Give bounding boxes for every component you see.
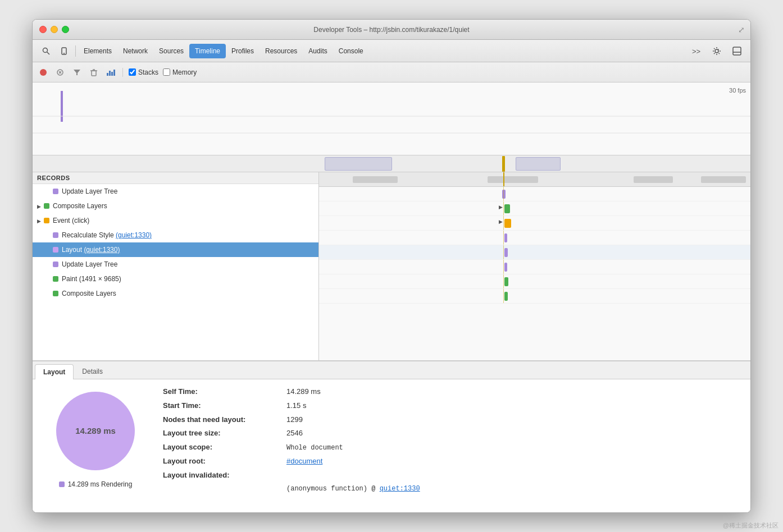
record-color-dot — [53, 232, 58, 238]
gray-block-3 — [634, 176, 673, 183]
record-color-dot — [44, 218, 49, 223]
detail-nodes-value: 1299 — [286, 414, 303, 426]
execute-icon[interactable]: >> — [688, 42, 705, 60]
bottom-panel: Layout Details 14.289 ms 14.289 ms Rende… — [33, 361, 750, 512]
detail-invalidated-value: (anonymous function) @ quiet:1330 — [286, 484, 420, 494]
svg-rect-17 — [109, 71, 111, 76]
marker-line-row — [503, 187, 504, 201]
trash-button[interactable] — [88, 66, 100, 79]
tab-network[interactable]: Network — [117, 44, 153, 58]
record-color-dot — [44, 203, 49, 209]
settings-icon[interactable] — [708, 42, 726, 60]
event-rows-container: ▶ ▶ — [319, 187, 750, 304]
event-bar-3 — [504, 219, 511, 228]
dock-icon[interactable] — [728, 42, 746, 60]
record-color-dot — [53, 276, 58, 282]
detail-start-time: Start Time: 1.15 s — [163, 400, 744, 412]
device-button[interactable] — [55, 42, 73, 60]
record-item-recalculate-style[interactable]: Recalculate Style (quiet:1330) — [33, 228, 318, 242]
event-bar-1 — [502, 190, 506, 199]
resize-icon[interactable]: ⤢ — [738, 25, 745, 34]
record-item-update-layer-tree-2[interactable]: Update Layer Tree — [33, 257, 318, 272]
toolbar-separator — [122, 68, 123, 77]
timeline-header-row — [319, 172, 750, 187]
record-item-composite-layers-1[interactable]: ▶ Composite Layers — [33, 199, 318, 213]
marker-line-row — [503, 260, 504, 274]
overview-strip[interactable] — [33, 155, 750, 172]
svg-rect-19 — [113, 70, 115, 76]
expand-marker: ▶ — [499, 219, 503, 224]
traffic-lights — [39, 26, 69, 33]
record-item-event-click[interactable]: ▶ Event (click) — [33, 213, 318, 228]
record-expand-arrow[interactable]: ▶ — [37, 218, 44, 224]
filter-button[interactable] — [71, 66, 83, 79]
detail-start-time-value: 1.15 s — [286, 400, 306, 412]
detail-self-time-value: 14.289 ms — [286, 386, 321, 398]
detail-scope-value: Whole document — [286, 443, 343, 453]
memory-label: Memory — [172, 68, 197, 76]
details-area: Self Time: 14.289 ms Start Time: 1.15 s … — [163, 386, 744, 506]
layout-link[interactable]: (quiet:1330) — [84, 246, 120, 254]
svg-rect-16 — [107, 73, 108, 76]
search-button[interactable] — [37, 42, 55, 60]
marker-line-row — [503, 289, 504, 303]
detail-scope: Layout scope: Whole document — [163, 442, 744, 453]
detail-nodes: Nodes that need layout: 1299 — [163, 414, 744, 426]
tab-elements[interactable]: Elements — [78, 44, 117, 58]
record-color-dot — [53, 291, 58, 296]
record-item-composite-layers-2[interactable]: Composite Layers — [33, 286, 318, 301]
record-label: Paint (1491 × 9685) — [62, 275, 314, 283]
record-item-update-layer-tree-1[interactable]: Update Layer Tree — [33, 184, 318, 199]
maximize-button[interactable] — [62, 26, 69, 33]
detail-root-label: Layout root: — [163, 456, 286, 467]
tab-timeline[interactable]: Timeline — [189, 44, 226, 58]
detail-start-time-label: Start Time: — [163, 400, 286, 412]
titlebar: Developer Tools – http://jsbin.com/tikur… — [33, 20, 750, 40]
memory-checkbox-label[interactable]: Memory — [163, 68, 197, 76]
record-button[interactable] — [37, 66, 49, 79]
tab-resources[interactable]: Resources — [260, 44, 303, 58]
detail-tree-size: Layout tree size: 2546 — [163, 428, 744, 439]
record-expand-arrow[interactable]: ▶ — [37, 203, 44, 209]
chart-button[interactable] — [104, 66, 117, 79]
memory-checkbox[interactable] — [163, 68, 170, 76]
overview-handle-left[interactable] — [325, 157, 392, 171]
record-item-paint[interactable]: Paint (1491 × 9685) — [33, 272, 318, 286]
event-row-7 — [319, 274, 750, 289]
record-item-layout[interactable]: Layout (quiet:1330) — [33, 242, 318, 257]
record-label: Update Layer Tree — [62, 187, 314, 195]
record-label: Composite Layers — [62, 290, 314, 297]
svg-rect-13 — [92, 71, 96, 76]
detail-root-value: #document — [286, 456, 322, 467]
event-row-3: ▶ — [319, 216, 750, 231]
detail-root: Layout root: #document — [163, 456, 744, 467]
expand-marker: ▶ — [499, 204, 503, 210]
tab-profiles[interactable]: Profiles — [226, 44, 260, 58]
records-list: RECORDS Update Layer Tree ▶ Composite La… — [33, 172, 319, 360]
stacks-checkbox-label[interactable]: Stacks — [129, 68, 158, 76]
overview-handle-right[interactable] — [516, 157, 561, 171]
svg-rect-18 — [111, 72, 113, 76]
tab-details[interactable]: Details — [74, 364, 111, 379]
tab-layout[interactable]: Layout — [35, 364, 74, 379]
minimize-button[interactable] — [51, 26, 58, 33]
event-row-2: ▶ — [319, 201, 750, 216]
event-bar-8 — [504, 292, 508, 301]
gray-block-2 — [488, 176, 538, 183]
event-bar-4 — [504, 233, 507, 242]
stop-button[interactable] — [54, 66, 66, 79]
pie-chart-svg: 14.289 ms — [51, 386, 140, 476]
stacks-checkbox[interactable] — [129, 68, 136, 76]
pie-legend: 14.289 ms Rendering — [59, 480, 133, 488]
root-link[interactable]: #document — [286, 457, 322, 465]
close-button[interactable] — [39, 26, 47, 33]
detail-self-time-label: Self Time: — [163, 386, 286, 398]
detail-tree-size-value: 2546 — [286, 428, 303, 439]
recalculate-style-link[interactable]: (quiet:1330) — [116, 231, 152, 239]
tab-console[interactable]: Console — [333, 44, 369, 58]
tab-audits[interactable]: Audits — [303, 44, 333, 58]
tab-sources[interactable]: Sources — [153, 44, 189, 58]
pie-chart-area: 14.289 ms 14.289 ms Rendering — [39, 386, 152, 506]
detail-invalidated: Layout invalidated: — [163, 470, 744, 481]
invalidated-link[interactable]: quiet:1330 — [380, 485, 420, 493]
